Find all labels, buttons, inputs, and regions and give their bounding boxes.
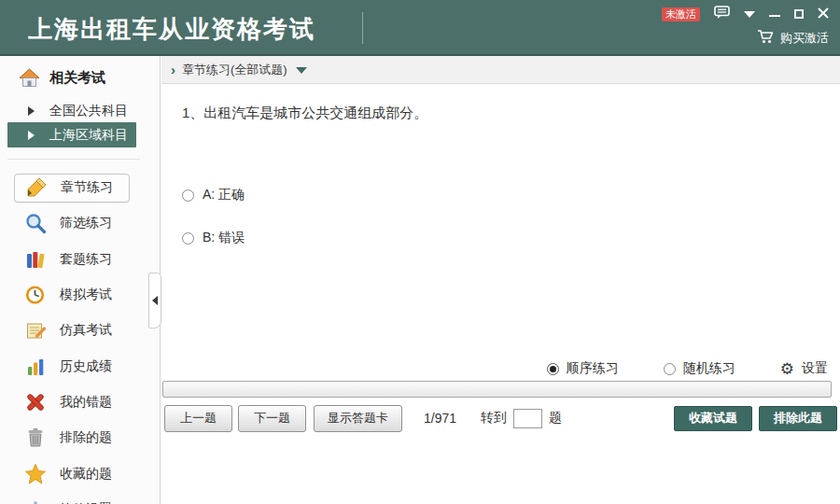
breadcrumb-label: 章节练习(全部试题) [182,62,287,78]
random-radio[interactable] [664,363,676,375]
trash-icon [24,427,47,449]
sidebar: 相关考试 全国公共科目 上海区域科目 章节练习 [0,56,161,504]
minimize-button[interactable] [769,15,780,17]
exclude-question-button[interactable]: 排除此题 [759,406,837,431]
question-progress: 1/971 [424,411,456,426]
gear-icon [24,498,47,504]
gear-icon: ⚙ [780,361,794,377]
sidebar-item-favorite-questions[interactable]: 收藏的题 [0,455,161,491]
magnifier-icon [24,212,47,234]
main-panel: › 章节练习(全部试题) 1、出租汽车是城市公共交通组成部分。 A: 正确 B:… [161,56,840,504]
menu-chevron-down-icon[interactable] [744,11,755,18]
sidebar-item-settings-partial[interactable]: 软件设置 [0,492,161,504]
selected-item-box: 章节练习 [14,174,130,203]
option-a-label: A: 正确 [203,187,245,203]
title-divider [362,12,363,44]
books-icon [24,248,47,271]
show-answer-card-button[interactable]: 显示答题卡 [314,405,402,432]
feedback-icon[interactable] [714,6,730,22]
goto-label: 转到 [481,410,507,427]
option-b-radio[interactable] [182,232,194,245]
sidebar-collapse-handle[interactable] [148,273,161,329]
practice-mode-row: 顺序练习 随机练习 ⚙ 设置 [547,360,828,377]
cart-icon [757,29,775,48]
close-button[interactable] [818,6,829,22]
app-title: 上海出租车从业资格考试 [28,13,315,46]
red-cross-icon [24,391,47,413]
caret-right-icon [28,131,35,140]
caret-left-icon [152,296,158,305]
sequential-radio[interactable] [547,363,559,375]
goto-question-input[interactable] [513,409,542,428]
favorite-question-button[interactable]: 收藏试题 [674,406,752,431]
goto-unit-label: 题 [549,410,562,427]
home-icon [19,68,40,88]
question-nav-bar: 上一题 下一题 显示答题卡 1/971 转到 题 收藏试题 排除此题 [163,404,838,432]
breadcrumb[interactable]: › 章节练习(全部试题) [161,56,840,84]
sidebar-divider [7,159,140,160]
caret-down-icon [296,67,307,74]
chevron-right-icon: › [171,62,175,77]
question-text: 1、出租汽车是城市公共交通组成部分。 [182,105,427,122]
star-icon [24,463,47,485]
option-a[interactable]: A: 正确 [182,187,245,203]
sidebar-item-national-subject[interactable]: 全国公共科目 [0,98,161,123]
option-b-label: B: 错误 [203,230,245,246]
sidebar-item-chapter-practice[interactable]: 章节练习 [0,170,161,205]
caret-right-icon [28,106,35,116]
pencil-icon [25,176,48,199]
sidebar-item-filter-practice[interactable]: 筛选练习 [0,205,161,241]
buy-activation-button[interactable]: 购买激活 [757,29,829,48]
sidebar-item-my-mistakes[interactable]: 我的错题 [0,385,161,420]
sidebar-item-mock-exam[interactable]: 模拟考试 [0,277,161,313]
related-exams-label: 相关考试 [49,69,105,87]
sidebar-item-shanghai-subject[interactable]: 上海区域科目 [7,122,136,147]
option-b[interactable]: B: 错误 [182,230,245,246]
option-a-radio[interactable] [182,189,194,202]
sidebar-item-related-exams[interactable]: 相关考试 [19,68,105,88]
progress-bar [162,381,832,398]
prev-question-button[interactable]: 上一题 [164,405,232,432]
maximize-button[interactable] [794,9,804,19]
random-practice-option[interactable]: 随机练习 [664,360,735,377]
clock-icon [24,284,47,306]
sequential-practice-option[interactable]: 顺序练习 [547,360,619,377]
sidebar-item-set-practice[interactable]: 套题练习 [0,242,161,277]
sidebar-menu: 章节练习 筛选练习 套题练习 模拟考试 [0,170,161,504]
window-controls: 未激活 [662,6,829,22]
next-question-button[interactable]: 下一题 [238,405,306,432]
sidebar-item-history-scores[interactable]: 历史成绩 [0,348,161,384]
sidebar-item-excluded-questions[interactable]: 排除的题 [0,420,161,455]
settings-button[interactable]: ⚙ 设置 [780,360,828,377]
notepad-icon [24,319,47,342]
activation-status-badge: 未激活 [662,7,700,21]
sidebar-item-simulation-exam[interactable]: 仿真考试 [0,313,161,348]
app-window: 上海出租车从业资格考试 未激活 购买激活 相关考试 [0,0,840,504]
bar-chart-icon [24,356,47,378]
buy-activation-label: 购买激活 [780,30,829,47]
title-bar: 上海出租车从业资格考试 未激活 购买激活 [0,0,840,56]
